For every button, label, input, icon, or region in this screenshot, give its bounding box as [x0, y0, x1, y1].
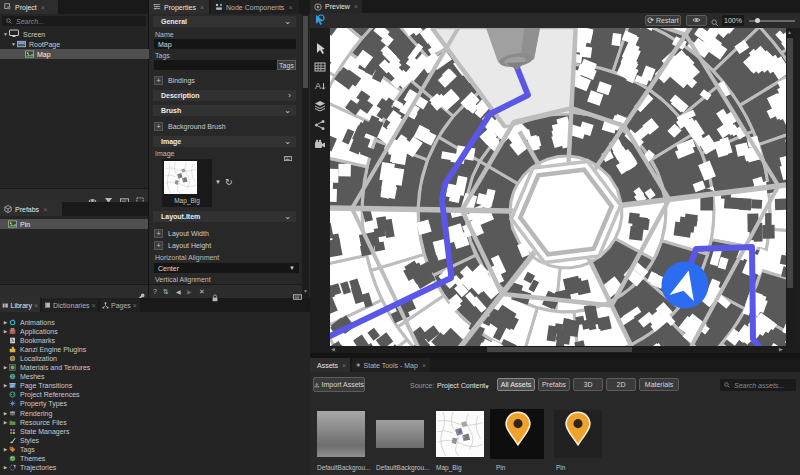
svg-text:A: A	[315, 81, 321, 91]
